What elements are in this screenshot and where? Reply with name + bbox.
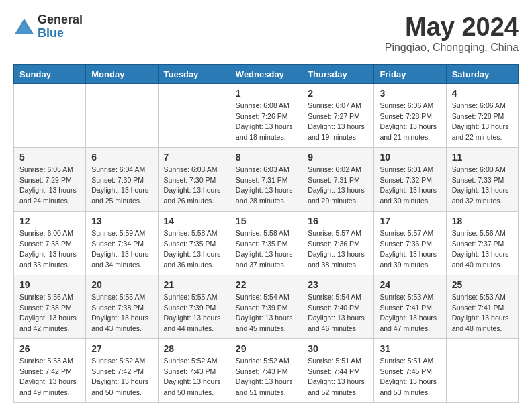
calendar-day-cell: 8Sunrise: 6:03 AM Sunset: 7:31 PM Daylig… [230,147,302,211]
day-info: Sunrise: 6:07 AM Sunset: 7:27 PM Dayligh… [308,101,368,143]
day-number: 19 [19,279,80,290]
weekday-header: Friday [374,64,446,83]
day-info: Sunrise: 6:08 AM Sunset: 7:26 PM Dayligh… [236,101,296,143]
day-info: Sunrise: 5:59 AM Sunset: 7:34 PM Dayligh… [91,228,152,271]
day-number: 5 [19,152,80,163]
day-number: 2 [308,88,368,99]
calendar-day-cell: 15Sunrise: 5:58 AM Sunset: 7:35 PM Dayli… [230,211,302,275]
day-number: 30 [308,343,368,354]
calendar-day-cell: 12Sunrise: 6:00 AM Sunset: 7:33 PM Dayli… [14,211,86,275]
calendar-day-cell: 29Sunrise: 5:52 AM Sunset: 7:43 PM Dayli… [230,338,302,402]
day-info: Sunrise: 5:58 AM Sunset: 7:35 PM Dayligh… [236,228,296,271]
calendar-day-cell: 11Sunrise: 6:00 AM Sunset: 7:33 PM Dayli… [446,147,518,211]
calendar-week-row: 5Sunrise: 6:05 AM Sunset: 7:29 PM Daylig… [14,147,519,211]
calendar-day-cell: 9Sunrise: 6:02 AM Sunset: 7:31 PM Daylig… [302,147,374,211]
weekday-header: Saturday [446,64,518,83]
calendar-day-cell: 17Sunrise: 5:57 AM Sunset: 7:36 PM Dayli… [374,211,446,275]
day-info: Sunrise: 5:53 AM Sunset: 7:41 PM Dayligh… [380,292,440,334]
month-title: May 2024 [385,13,519,42]
logo: General Blue [13,13,83,40]
calendar-day-cell: 13Sunrise: 5:59 AM Sunset: 7:34 PM Dayli… [86,211,158,275]
calendar-day-cell: 18Sunrise: 5:56 AM Sunset: 7:37 PM Dayli… [446,211,518,275]
day-number: 1 [236,88,296,99]
calendar-week-row: 19Sunrise: 5:56 AM Sunset: 7:38 PM Dayli… [14,275,519,338]
day-number: 3 [380,88,440,99]
day-info: Sunrise: 6:06 AM Sunset: 7:28 PM Dayligh… [380,101,440,143]
calendar-day-cell [86,83,158,147]
calendar-day-cell [158,83,230,147]
calendar-day-cell: 30Sunrise: 5:51 AM Sunset: 7:44 PM Dayli… [302,338,374,402]
day-number: 25 [452,279,513,290]
calendar-day-cell: 22Sunrise: 5:54 AM Sunset: 7:39 PM Dayli… [230,275,302,338]
day-info: Sunrise: 5:57 AM Sunset: 7:36 PM Dayligh… [308,228,368,271]
calendar-day-cell: 1Sunrise: 6:08 AM Sunset: 7:26 PM Daylig… [230,83,302,147]
day-number: 24 [380,279,440,290]
day-number: 28 [164,343,224,354]
day-number: 15 [236,216,296,226]
day-info: Sunrise: 6:00 AM Sunset: 7:33 PM Dayligh… [452,165,513,207]
day-info: Sunrise: 6:03 AM Sunset: 7:30 PM Dayligh… [164,165,224,207]
calendar-day-cell: 25Sunrise: 5:53 AM Sunset: 7:41 PM Dayli… [446,275,518,338]
day-number: 11 [452,152,513,163]
day-info: Sunrise: 5:55 AM Sunset: 7:39 PM Dayligh… [164,292,224,334]
day-info: Sunrise: 5:55 AM Sunset: 7:38 PM Dayligh… [91,292,152,334]
day-number: 10 [380,152,440,163]
logo-icon [13,17,35,36]
calendar-day-cell: 19Sunrise: 5:56 AM Sunset: 7:38 PM Dayli… [14,275,86,338]
day-info: Sunrise: 5:58 AM Sunset: 7:35 PM Dayligh… [164,228,224,271]
day-info: Sunrise: 5:57 AM Sunset: 7:36 PM Dayligh… [380,228,440,271]
day-info: Sunrise: 6:06 AM Sunset: 7:28 PM Dayligh… [452,101,513,143]
day-info: Sunrise: 5:53 AM Sunset: 7:41 PM Dayligh… [452,292,513,334]
calendar-day-cell: 16Sunrise: 5:57 AM Sunset: 7:36 PM Dayli… [302,211,374,275]
title-block: May 2024 Pingqiao, Chongqing, China [385,13,519,54]
calendar-day-cell: 4Sunrise: 6:06 AM Sunset: 7:28 PM Daylig… [446,83,518,147]
day-number: 29 [236,343,296,354]
day-number: 26 [19,343,80,354]
day-info: Sunrise: 6:02 AM Sunset: 7:31 PM Dayligh… [308,165,368,207]
weekday-header: Sunday [14,64,86,83]
weekday-header: Wednesday [230,64,302,83]
day-info: Sunrise: 5:52 AM Sunset: 7:43 PM Dayligh… [236,356,296,398]
day-number: 23 [308,279,368,290]
weekday-header: Tuesday [158,64,230,83]
calendar-week-row: 26Sunrise: 5:53 AM Sunset: 7:42 PM Dayli… [14,338,519,402]
day-number: 22 [236,279,296,290]
calendar-day-cell: 27Sunrise: 5:52 AM Sunset: 7:42 PM Dayli… [86,338,158,402]
day-number: 17 [380,216,440,226]
calendar-day-cell: 7Sunrise: 6:03 AM Sunset: 7:30 PM Daylig… [158,147,230,211]
calendar-day-cell: 10Sunrise: 6:01 AM Sunset: 7:32 PM Dayli… [374,147,446,211]
day-info: Sunrise: 6:05 AM Sunset: 7:29 PM Dayligh… [19,165,80,207]
calendar-day-cell: 3Sunrise: 6:06 AM Sunset: 7:28 PM Daylig… [374,83,446,147]
day-number: 8 [236,152,296,163]
day-info: Sunrise: 5:52 AM Sunset: 7:43 PM Dayligh… [164,356,224,398]
day-number: 14 [164,216,224,226]
day-info: Sunrise: 5:56 AM Sunset: 7:38 PM Dayligh… [19,292,80,334]
day-info: Sunrise: 5:54 AM Sunset: 7:40 PM Dayligh… [308,292,368,334]
weekday-header: Thursday [302,64,374,83]
day-info: Sunrise: 6:01 AM Sunset: 7:32 PM Dayligh… [380,165,440,207]
day-info: Sunrise: 6:00 AM Sunset: 7:33 PM Dayligh… [19,228,80,271]
page-header: General Blue May 2024 Pingqiao, Chongqin… [13,13,519,54]
logo-blue: Blue [38,27,83,40]
calendar-day-cell: 6Sunrise: 6:04 AM Sunset: 7:30 PM Daylig… [86,147,158,211]
day-number: 7 [164,152,224,163]
calendar-day-cell: 26Sunrise: 5:53 AM Sunset: 7:42 PM Dayli… [14,338,86,402]
day-info: Sunrise: 5:54 AM Sunset: 7:39 PM Dayligh… [236,292,296,334]
day-number: 18 [452,216,513,226]
calendar-day-cell: 21Sunrise: 5:55 AM Sunset: 7:39 PM Dayli… [158,275,230,338]
logo-text: General Blue [38,13,83,40]
calendar-table: SundayMondayTuesdayWednesdayThursdayFrid… [13,64,519,403]
calendar-day-cell: 2Sunrise: 6:07 AM Sunset: 7:27 PM Daylig… [302,83,374,147]
weekday-header: Monday [86,64,158,83]
calendar-day-cell: 23Sunrise: 5:54 AM Sunset: 7:40 PM Dayli… [302,275,374,338]
day-number: 6 [91,152,152,163]
day-number: 16 [308,216,368,226]
day-number: 4 [452,88,513,99]
day-number: 31 [380,343,440,354]
calendar-day-cell: 28Sunrise: 5:52 AM Sunset: 7:43 PM Dayli… [158,338,230,402]
calendar-day-cell: 20Sunrise: 5:55 AM Sunset: 7:38 PM Dayli… [86,275,158,338]
day-info: Sunrise: 5:52 AM Sunset: 7:42 PM Dayligh… [91,356,152,398]
calendar-day-cell: 14Sunrise: 5:58 AM Sunset: 7:35 PM Dayli… [158,211,230,275]
day-number: 20 [91,279,152,290]
day-number: 12 [19,216,80,226]
